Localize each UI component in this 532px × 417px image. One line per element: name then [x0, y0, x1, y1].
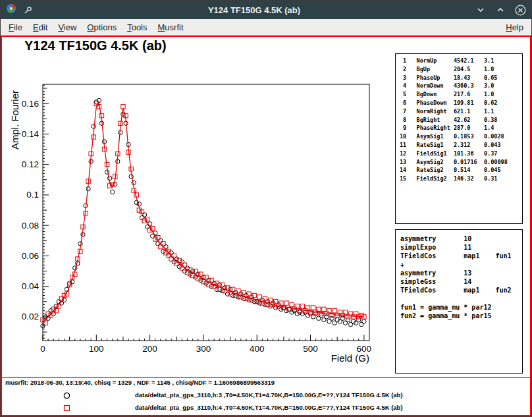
param-row: 7 NormRight 621.1 1.1 — [400, 107, 522, 116]
theory-line: asymmetry 10 — [400, 235, 522, 243]
fit-stats-line: musrfit: 2018-06-30, 13:19:40, chisq = 1… — [5, 379, 275, 386]
close-button[interactable] — [514, 4, 526, 16]
y-tick-label: 0.16 — [22, 99, 39, 109]
x-tick-label: 500 — [303, 344, 318, 354]
menu-view[interactable]: View — [53, 21, 82, 34]
fit-line — [43, 103, 364, 323]
y-tick-label: 0.02 — [22, 312, 39, 321]
menu-musrfit[interactable]: Musrfit — [153, 21, 189, 34]
y-tick-label: 0.14 — [22, 129, 40, 139]
series-circles — [41, 98, 366, 328]
theory-line: simplExpo 11 — [400, 243, 522, 252]
legend-label: data/deltat_pta_gps_3110,h:3 ,T0=4.50K,T… — [135, 391, 403, 399]
app-window: Y124 TF150G 4.5K (ab) FileEd — [0, 0, 532, 417]
theory-line: + — [400, 260, 522, 269]
y-tick-label: 0.12 — [22, 159, 39, 169]
y-tick-label: 0.04 — [22, 281, 40, 291]
param-row: 3 PhaseUp 18.43 0.65 — [400, 74, 522, 82]
param-row: 13 AsymSig2 0.01716 0.00098 — [400, 158, 522, 167]
series-squares — [41, 101, 366, 325]
legend-square-marker-icon — [63, 403, 71, 415]
maximize-button[interactable] — [494, 4, 506, 16]
menu-edit[interactable]: Edit — [28, 21, 53, 34]
theory-line: fun1 = gamma_mu * par12 — [400, 303, 522, 312]
param-row: 9 PhaseRight 287.0 1.4 — [400, 124, 522, 132]
legend: data/deltat_pta_gps_3110,h:3 ,T0=4.50K,T… — [2, 389, 530, 414]
x-tick-label: 100 — [89, 344, 104, 354]
param-row: 11 RateSig1 2.312 0.043 — [400, 141, 522, 150]
theory-line: asymmetry 13 — [400, 269, 522, 277]
x-axis-title: Field (G) — [331, 352, 369, 364]
pin-icon[interactable] — [22, 4, 34, 16]
param-row: 5 BgDown 217.6 1.0 — [400, 90, 522, 99]
y-tick-label: 0.06 — [22, 251, 39, 261]
menubar: FileEditViewOptionsToolsMusrfit Help — [1, 19, 531, 36]
x-tick-label: 200 — [142, 344, 157, 354]
param-row: 6 PhaseDown 199.81 0.62 — [400, 99, 522, 107]
theory-line — [400, 294, 522, 303]
param-row: 8 BgRight 42.62 0.38 — [400, 116, 522, 125]
menu-right: Help — [500, 21, 529, 34]
param-row: 1 NormUp 4542.1 3.1 — [400, 57, 522, 65]
param-row: 4 NormDown 4360.3 3.0 — [400, 82, 522, 90]
menu-options[interactable]: Options — [82, 21, 122, 34]
menu-file[interactable]: File — [3, 21, 28, 34]
window-title: Y124 TF150G 4.5K (ab) — [34, 5, 475, 15]
legend-row: data/deltat_pta_gps_3110,h:3 ,T0=4.50K,T… — [2, 389, 530, 401]
info-pad-divider — [2, 377, 530, 377]
root-canvas[interactable]: Y124 TF150G 4.5K (ab) 010020030040050060… — [1, 36, 531, 416]
legend-row: data/deltat_pta_gps_3110,h:4 ,T0=4.50K,T… — [2, 401, 530, 414]
menu-left: FileEditViewOptionsToolsMusrfit — [3, 21, 189, 34]
menu-tools[interactable]: Tools — [122, 21, 152, 34]
theory-line: simpleGss 14 — [400, 277, 522, 286]
fit-parameter-box: 1 NormUp 4542.1 3.1 2 BgUp 204.5 1.0 3 P… — [395, 53, 523, 224]
titlebar[interactable]: Y124 TF150G 4.5K (ab) — [1, 1, 531, 19]
x-tick-label: 300 — [196, 344, 211, 354]
theory-line: TFieldCos map1 fun2 — [400, 286, 522, 294]
theory-line: fun2 = gamma_mu * par15 — [400, 312, 522, 320]
menu-help[interactable]: Help — [500, 21, 529, 34]
x-axis: 0100200300400500600 — [40, 335, 371, 354]
legend-label: data/deltat_pta_gps_3110,h:4 ,T0=4.50K,T… — [135, 404, 403, 411]
param-row: 12 FieldSig1 101.36 0.37 — [400, 150, 522, 158]
minimize-button[interactable] — [475, 4, 487, 16]
y-axis: 0.020.040.060.080.10.120.140.16 — [22, 85, 49, 338]
param-row: 2 BgUp 204.5 1.0 — [400, 65, 522, 74]
theory-box: asymmetry 10simplExpo 11TFieldCos map1 f… — [395, 229, 523, 374]
y-tick-label: 0.08 — [22, 221, 39, 231]
x-tick-label: 0 — [40, 344, 45, 354]
y-axis-title: Ampl. Fourier — [9, 90, 20, 150]
param-row: 14 RateSig2 0.514 0.045 — [400, 166, 522, 175]
param-row: 15 FieldSig2 146.32 0.31 — [400, 175, 522, 183]
x-tick-label: 400 — [250, 344, 265, 354]
app-icon — [6, 3, 16, 16]
y-tick-label: 0.1 — [26, 190, 39, 200]
param-row: 10 AsymSig1 0.1853 0.0028 — [400, 132, 522, 141]
plot-frame — [43, 84, 369, 341]
theory-line: TFieldCos map1 fun1 — [400, 252, 522, 260]
